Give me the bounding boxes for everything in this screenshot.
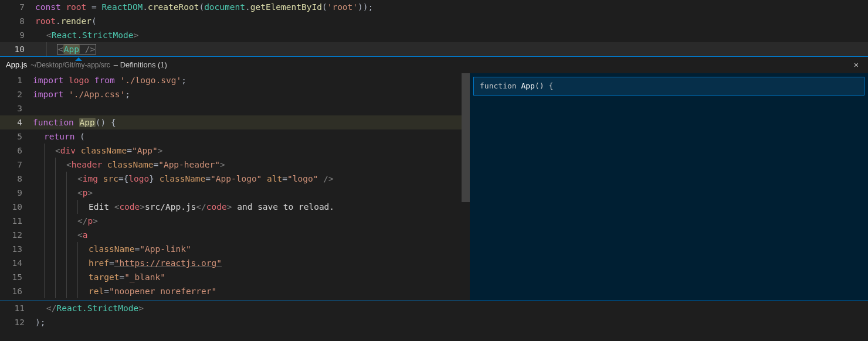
line-number: 16: [0, 284, 33, 298]
line-number: 14: [0, 256, 33, 270]
code-content: <a: [33, 228, 87, 242]
line-number: 13: [0, 242, 33, 256]
code-line[interactable]: 6<div className="App">: [0, 144, 470, 158]
code-content: <img src={logo} className="App-logo" alt…: [33, 172, 334, 186]
line-number: 5: [0, 129, 33, 144]
code-line[interactable]: 1import logo from './logo.svg';: [0, 73, 470, 87]
code-line[interactable]: 10Edit <code>src/App.js</code> and save …: [0, 200, 470, 214]
code-line[interactable]: 2import './App.css';: [0, 87, 470, 101]
code-content: href="https://reactjs.org": [33, 256, 222, 270]
line-number: 10: [0, 200, 33, 214]
peek-indicator-triangle: [75, 57, 82, 61]
code-content: <header className="App-header">: [33, 158, 225, 172]
code-line[interactable]: 16rel="noopener noreferrer": [0, 284, 470, 298]
code-content: );: [35, 315, 45, 329]
peek-definitions-label: – Definitions (1): [114, 58, 167, 72]
code-content: Edit <code>src/App.js</code> and save to…: [33, 200, 334, 214]
code-line[interactable]: 12);: [0, 315, 868, 329]
peek-view: App.js ~/Desktop/Git/my-app/src – Defini…: [0, 56, 868, 301]
line-number: 8: [0, 172, 33, 186]
line-number: 11: [0, 214, 33, 228]
peek-header: App.js ~/Desktop/Git/my-app/src – Defini…: [0, 57, 868, 73]
code-line[interactable]: 11</p>: [0, 214, 470, 228]
code-line[interactable]: 14href="https://reactjs.org": [0, 256, 470, 270]
code-line[interactable]: 11</React.StrictMode>: [0, 301, 868, 315]
line-number: 11: [0, 301, 35, 315]
code-line[interactable]: 10<App />: [0, 42, 868, 56]
line-number: 7: [0, 0, 35, 14]
line-number: 8: [0, 14, 35, 28]
peek-scrollbar-thumb[interactable]: [462, 73, 470, 202]
code-line[interactable]: 8<img src={logo} className="App-logo" al…: [0, 172, 470, 186]
code-content: </React.StrictMode>: [35, 301, 144, 315]
code-content: return (: [33, 129, 85, 144]
code-content: <App />: [35, 42, 96, 56]
code-line[interactable]: 15target="_blank": [0, 270, 470, 284]
line-number: 15: [0, 270, 33, 284]
code-line[interactable]: 3: [0, 101, 470, 115]
code-line[interactable]: 8root.render(: [0, 14, 868, 28]
code-content: <div className="App">: [33, 144, 162, 158]
code-line[interactable]: 9<React.StrictMode>: [0, 28, 868, 42]
code-content: const root = ReactDOM.createRoot(documen…: [35, 0, 373, 14]
outer-editor-top[interactable]: 7const root = ReactDOM.createRoot(docume…: [0, 0, 868, 56]
code-line[interactable]: 9<p>: [0, 186, 470, 200]
line-number: 1: [0, 73, 33, 87]
code-content: import './App.css';: [33, 87, 130, 101]
code-content: target="_blank": [33, 270, 165, 284]
code-content: import logo from './logo.svg';: [33, 73, 187, 87]
close-icon[interactable]: ×: [850, 57, 862, 73]
line-number: 2: [0, 87, 33, 101]
peek-reference-list: function App() {: [470, 73, 868, 301]
code-content: rel="noopener noreferrer": [33, 284, 216, 298]
peek-filepath: ~/Desktop/Git/my-app/src: [30, 58, 110, 72]
code-content: </p>: [33, 214, 98, 228]
peek-filename: App.js: [6, 58, 27, 72]
code-content: <React.StrictMode>: [35, 28, 138, 42]
code-line[interactable]: 7const root = ReactDOM.createRoot(docume…: [0, 0, 868, 14]
line-number: 4: [0, 115, 33, 129]
line-number: 6: [0, 144, 33, 158]
reference-item[interactable]: function App() {: [473, 77, 864, 96]
line-number: 12: [0, 228, 33, 242]
line-number: 7: [0, 158, 33, 172]
line-number: 9: [0, 186, 33, 200]
peek-editor[interactable]: 1import logo from './logo.svg';2import '…: [0, 73, 470, 301]
code-content: function App() {: [33, 115, 116, 129]
code-line[interactable]: 7<header className="App-header">: [0, 158, 470, 172]
line-number: 9: [0, 28, 35, 42]
line-number: 10: [0, 42, 35, 56]
code-content: className="App-link": [33, 242, 191, 256]
code-content: root.render(: [35, 14, 97, 28]
code-content: <p>: [33, 186, 93, 200]
code-line[interactable]: 5return (: [0, 129, 470, 144]
code-line[interactable]: 13className="App-link": [0, 242, 470, 256]
peek-scrollbar[interactable]: [462, 73, 470, 301]
line-number: 3: [0, 101, 33, 115]
code-line[interactable]: 12<a: [0, 228, 470, 242]
line-number: 12: [0, 315, 35, 329]
outer-editor-bottom[interactable]: 11</React.StrictMode>12);: [0, 301, 868, 329]
code-line[interactable]: 4function App() {: [0, 115, 470, 129]
